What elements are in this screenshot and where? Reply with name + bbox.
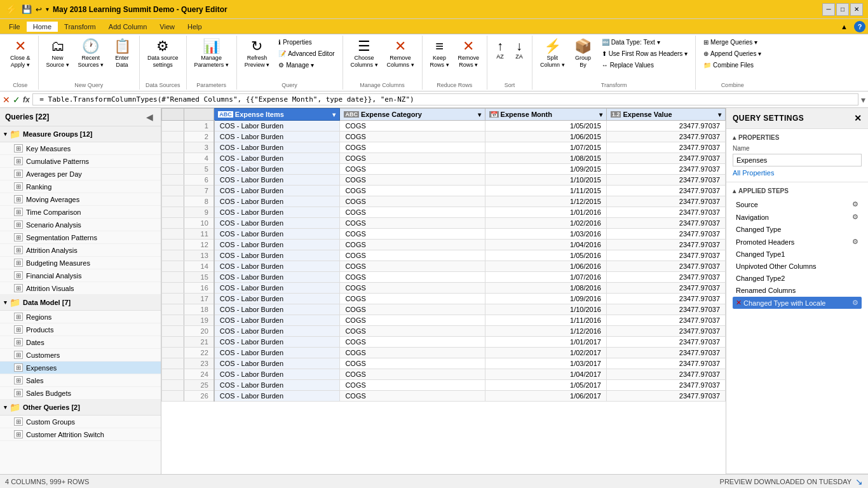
data-source-settings-button[interactable]: ⚙ Data sourcesettings — [144, 37, 182, 71]
group-by-button[interactable]: 📦 GroupBy — [570, 37, 597, 71]
query-item-time-comparison[interactable]: ⊞Time Comparison — [0, 206, 161, 219]
table-row[interactable]: 16COS - Labor BurdenCOGS1/08/201623477.9… — [162, 283, 726, 294]
query-item-dates[interactable]: ⊞Dates — [0, 336, 161, 349]
table-row[interactable]: 25COS - Labor BurdenCOGS1/05/201723477.9… — [162, 380, 726, 391]
table-row[interactable]: 2COS - Labor BurdenCOGS1/06/201523477.97… — [162, 132, 726, 142]
table-row[interactable]: 14COS - Labor BurdenCOGS1/06/201623477.9… — [162, 261, 726, 272]
table-row[interactable]: 7COS - Labor BurdenCOGS1/11/201523477.97… — [162, 186, 726, 196]
properties-button[interactable]: ℹ Properties — [275, 37, 338, 48]
query-item-key-measures[interactable]: ⊞Key Measures — [0, 142, 161, 155]
query-item-budgeting-measures[interactable]: ⊞Budgeting Measures — [0, 257, 161, 269]
recent-sources-button[interactable]: 🕐 RecentSources ▾ — [74, 37, 108, 71]
refresh-preview-button[interactable]: ↻ RefreshPreview ▾ — [241, 37, 274, 71]
table-row[interactable]: 17COS - Labor BurdenCOGS1/09/201623477.9… — [162, 294, 726, 304]
menu-add-column[interactable]: Add Column — [102, 22, 154, 32]
table-row[interactable]: 8COS - Labor BurdenCOGS1/12/201523477.97… — [162, 196, 726, 207]
row-selector-cell[interactable] — [162, 315, 184, 326]
table-row[interactable]: 5COS - Labor BurdenCOGS1/09/201523477.97… — [162, 164, 726, 175]
formula-expand-icon[interactable]: ▾ — [861, 95, 865, 105]
row-selector-cell[interactable] — [162, 261, 184, 272]
query-item-expenses[interactable]: ⊞Expenses — [0, 362, 161, 374]
advanced-editor-button[interactable]: 📝 Advanced Editor — [275, 48, 338, 59]
row-selector-cell[interactable] — [162, 164, 184, 175]
minimize-button[interactable]: ─ — [822, 3, 835, 16]
formula-input[interactable] — [32, 93, 858, 105]
row-selector-cell[interactable] — [162, 272, 184, 283]
table-row[interactable]: 18COS - Labor BurdenCOGS1/10/201623477.9… — [162, 304, 726, 315]
menu-transform[interactable]: Transform — [58, 22, 102, 32]
expense-category-filter-icon[interactable]: ▾ — [478, 111, 481, 118]
settings-close-icon[interactable]: ✕ — [854, 113, 862, 123]
query-item-sales[interactable]: ⊞Sales — [0, 374, 161, 387]
step-gear-icon[interactable]: ⚙ — [852, 213, 858, 221]
expense-value-filter-icon[interactable]: ▾ — [718, 111, 721, 118]
table-row[interactable]: 6COS - Labor BurdenCOGS1/10/201523477.97… — [162, 175, 726, 186]
replace-values-button[interactable]: ↔ Replace Values — [598, 60, 691, 71]
col-header-expense-category[interactable]: ABC Expense Category ▾ — [340, 109, 485, 121]
remove-rows-button[interactable]: ✕ RemoveRows ▾ — [454, 37, 484, 71]
table-row[interactable]: 20COS - Labor BurdenCOGS1/12/201623477.9… — [162, 326, 726, 337]
keep-rows-button[interactable]: ≡ KeepRows ▾ — [426, 37, 453, 71]
query-item-products[interactable]: ⊞Products — [0, 323, 161, 336]
query-item-cumulative-patterns[interactable]: ⊞Cumulative Patterns — [0, 155, 161, 168]
table-row[interactable]: 9COS - Labor BurdenCOGS1/01/201623477.97… — [162, 207, 726, 218]
data-type-button[interactable]: 🔤 Data Type: Text ▾ — [598, 37, 691, 48]
grid-container[interactable]: ABC Expense Items ▾ ABC Expense Category… — [161, 108, 726, 474]
query-item-regions[interactable]: ⊞Regions — [0, 311, 161, 323]
row-selector-cell[interactable] — [162, 337, 184, 348]
remove-columns-button[interactable]: ✕ RemoveColumns ▾ — [383, 37, 418, 71]
row-selector-cell[interactable] — [162, 294, 184, 304]
row-selector-cell[interactable] — [162, 229, 184, 240]
table-row[interactable]: 4COS - Labor BurdenCOGS1/08/201523477.97… — [162, 153, 726, 164]
table-row[interactable]: 12COS - Labor BurdenCOGS1/04/201623477.9… — [162, 240, 726, 250]
row-selector-cell[interactable] — [162, 283, 184, 294]
table-row[interactable]: 24COS - Labor BurdenCOGS1/04/201723477.9… — [162, 369, 726, 380]
sort-ascending-button[interactable]: ↑ AZ — [491, 37, 509, 63]
table-row[interactable]: 19COS - Labor BurdenCOGS1/11/201623477.9… — [162, 315, 726, 326]
use-first-row-button[interactable]: ⬆ Use First Row as Headers ▾ — [598, 48, 691, 59]
restore-button[interactable]: □ — [836, 3, 849, 16]
menu-file[interactable]: File — [3, 22, 27, 32]
expense-items-filter-icon[interactable]: ▾ — [332, 111, 336, 118]
row-selector-cell[interactable] — [162, 391, 184, 402]
col-header-expense-month[interactable]: 📅 Expense Month ▾ — [485, 109, 606, 121]
row-selector-cell[interactable] — [162, 250, 184, 261]
row-selector-cell[interactable] — [162, 358, 184, 369]
row-selector-cell[interactable] — [162, 348, 184, 358]
undo-icon[interactable]: ↩ — [36, 5, 42, 14]
close-button[interactable]: ✕ — [850, 3, 863, 16]
query-item-customer-attrition-switch[interactable]: ⊞Customer Attrition Switch — [0, 428, 161, 441]
step-item-renamed-columns[interactable]: Renamed Columns — [733, 285, 862, 296]
row-selector-cell[interactable] — [162, 380, 184, 391]
table-row[interactable]: 23COS - Labor BurdenCOGS1/03/201723477.9… — [162, 358, 726, 369]
step-item-source[interactable]: Source⚙ — [733, 198, 862, 210]
query-name-input[interactable] — [733, 154, 862, 166]
row-selector-cell[interactable] — [162, 218, 184, 229]
combine-files-button[interactable]: 📁 Combine Files — [700, 60, 765, 71]
query-item-ranking[interactable]: ⊞Ranking — [0, 180, 161, 193]
table-row[interactable]: 10COS - Labor BurdenCOGS1/02/201623477.9… — [162, 218, 726, 229]
step-item-changed-type[interactable]: Changed Type — [733, 224, 862, 235]
table-row[interactable]: 21COS - Labor BurdenCOGS1/01/201723477.9… — [162, 337, 726, 348]
dropdown-icon[interactable]: ▾ — [46, 6, 49, 13]
step-item-changed-type2[interactable]: Changed Type2 — [733, 273, 862, 284]
row-selector-cell[interactable] — [162, 240, 184, 250]
query-group-measure-groups[interactable]: ▾📁Measure Groups [12] — [0, 126, 161, 142]
formula-check-icon[interactable]: ✓ — [13, 95, 20, 105]
query-item-custom-groups[interactable]: ⊞Custom Groups — [0, 416, 161, 428]
row-selector-cell[interactable] — [162, 369, 184, 380]
row-selector-cell[interactable] — [162, 153, 184, 164]
split-column-button[interactable]: ⚡ SplitColumn ▾ — [536, 37, 569, 71]
query-item-moving-averages[interactable]: ⊞Moving Averages — [0, 193, 161, 206]
table-row[interactable]: 13COS - Labor BurdenCOGS1/05/201623477.9… — [162, 250, 726, 261]
row-selector-cell[interactable] — [162, 142, 184, 153]
close-apply-button[interactable]: ✕ Close &Apply ▾ — [6, 37, 34, 71]
merge-queries-button[interactable]: ⊞ Merge Queries ▾ — [700, 37, 765, 48]
step-item-changed-type-with-locale[interactable]: ✕Changed Type with Locale⚙ — [733, 297, 862, 309]
col-header-expense-items[interactable]: ABC Expense Items ▾ — [214, 109, 340, 121]
step-item-unpivoted-other-columns[interactable]: Unpivoted Other Columns — [733, 261, 862, 272]
quick-save-icon[interactable]: 💾 — [22, 4, 32, 14]
row-selector-cell[interactable] — [162, 175, 184, 186]
query-group-data-model[interactable]: ▾📁Data Model [7] — [0, 295, 161, 311]
step-item-promoted-headers[interactable]: Promoted Headers⚙ — [733, 236, 862, 248]
